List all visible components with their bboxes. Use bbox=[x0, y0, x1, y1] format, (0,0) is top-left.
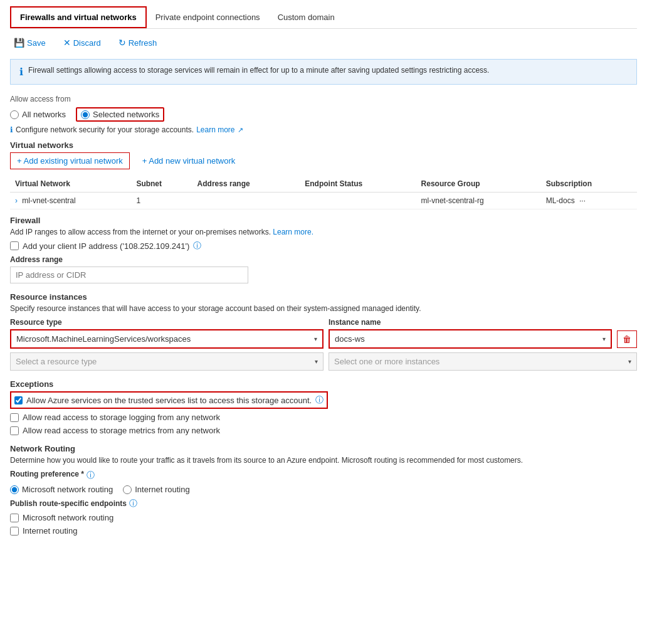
discard-button[interactable]: ✕ Discard bbox=[60, 35, 105, 50]
vnet-table-header: Virtual Network Subnet Address range End… bbox=[10, 176, 637, 193]
add-new-vnet-button[interactable]: + Add new virtual network bbox=[136, 153, 242, 169]
exception-checkbox-1[interactable] bbox=[14, 396, 23, 404]
sub-info: ℹ Configure network security for your st… bbox=[10, 125, 637, 134]
tab-private-endpoints[interactable]: Private endpoint connections bbox=[147, 8, 269, 27]
learn-more-link-1[interactable]: Learn more bbox=[196, 125, 234, 134]
refresh-icon: ↻ bbox=[118, 38, 126, 48]
routing-preference-row: Routing preference * ⓘ bbox=[10, 470, 637, 481]
all-networks-radio[interactable]: All networks bbox=[10, 110, 66, 119]
virtual-networks-section: Virtual networks + Add existing virtual … bbox=[10, 140, 637, 209]
vnet-subnet: 1 bbox=[131, 193, 192, 209]
client-ip-checkbox[interactable] bbox=[10, 241, 19, 250]
microsoft-routing-radio[interactable]: Microsoft network routing bbox=[10, 485, 113, 494]
vnet-table: Virtual Network Subnet Address range End… bbox=[10, 176, 637, 209]
client-ip-checkbox-row: Add your client IP address ('108.252.109… bbox=[10, 240, 637, 251]
resource-row-2: Select a resource type ▾ Select one or m… bbox=[10, 352, 637, 371]
exception-checkbox-3[interactable] bbox=[10, 426, 19, 435]
add-existing-vnet-button[interactable]: + Add existing virtual network bbox=[10, 152, 130, 169]
exceptions-title: Exceptions bbox=[10, 379, 637, 389]
chevron-down-icon: ▾ bbox=[314, 335, 317, 342]
access-radio-group: All networks Selected networks bbox=[10, 107, 637, 122]
address-range-label: Address range bbox=[10, 255, 637, 264]
save-button[interactable]: 💾 Save bbox=[10, 35, 50, 50]
routing-radio-group: Microsoft network routing Internet routi… bbox=[10, 485, 637, 494]
allow-access-section: Allow access from All networks Selected … bbox=[10, 95, 637, 134]
resource-type-label: Resource type bbox=[10, 318, 324, 327]
col-endpoint: Endpoint Status bbox=[300, 176, 416, 193]
chevron-down-icon-3: ▾ bbox=[315, 358, 318, 365]
publish-endpoints-row: Publish route-specific endpoints ⓘ bbox=[10, 498, 637, 509]
exception-row-2: Allow read access to storage logging fro… bbox=[10, 413, 637, 422]
tab-firewalls[interactable]: Firewalls and virtual networks bbox=[10, 6, 147, 28]
info-banner: ℹ Firewall settings allowing access to s… bbox=[10, 59, 637, 85]
publish-internet-routing-row: Internet routing bbox=[10, 526, 637, 536]
tab-custom-domain[interactable]: Custom domain bbox=[269, 8, 344, 27]
col-address: Address range bbox=[192, 176, 300, 193]
firewall-section: Firewall Add IP ranges to allow access f… bbox=[10, 216, 637, 283]
chevron-down-icon-2: ▾ bbox=[602, 335, 606, 342]
selected-networks-radio[interactable]: Selected networks bbox=[76, 107, 164, 122]
resource-labels-row: Resource type Instance name bbox=[10, 318, 637, 327]
address-range-input[interactable] bbox=[10, 267, 248, 283]
info-icon-small: ℹ bbox=[10, 125, 13, 134]
publish-info-icon: ⓘ bbox=[129, 498, 137, 509]
col-rg: Resource Group bbox=[416, 176, 541, 193]
routing-title: Network Routing bbox=[10, 444, 637, 453]
firewall-learn-more[interactable]: Learn more. bbox=[273, 228, 313, 236]
col-subnet: Subnet bbox=[131, 176, 192, 193]
resource-row-1: Microsoft.MachineLearningServices/worksp… bbox=[10, 329, 637, 349]
exception-checkbox-2[interactable] bbox=[10, 413, 19, 422]
internet-routing-radio[interactable]: Internet routing bbox=[123, 485, 189, 494]
info-icon: ℹ bbox=[19, 66, 23, 78]
col-sub: Subscription bbox=[541, 176, 637, 193]
firewall-desc: Add IP ranges to allow access from the i… bbox=[10, 228, 637, 236]
resource-type-dropdown-1[interactable]: Microsoft.MachineLearningServices/worksp… bbox=[10, 329, 324, 349]
col-vnet: Virtual Network bbox=[10, 176, 131, 193]
info-circle-exception: ⓘ bbox=[315, 394, 324, 406]
refresh-button[interactable]: ↻ Refresh bbox=[115, 35, 161, 50]
exceptions-section: Exceptions Allow Azure services on the t… bbox=[10, 379, 637, 435]
publish-ms-checkbox[interactable] bbox=[10, 514, 19, 522]
chevron-down-icon-4: ▾ bbox=[628, 358, 631, 365]
vnet-buttons: + Add existing virtual network + Add new… bbox=[10, 152, 637, 169]
resource-title: Resource instances bbox=[10, 292, 637, 302]
tab-bar: Firewalls and virtual networks Private e… bbox=[10, 6, 637, 29]
exception-highlight-1: Allow Azure services on the trusted serv… bbox=[10, 391, 328, 409]
network-routing-section: Network Routing Determine how you would … bbox=[10, 444, 637, 536]
expand-icon[interactable]: › bbox=[15, 196, 18, 205]
instance-name-dropdown-1[interactable]: docs-ws ▾ bbox=[329, 329, 612, 349]
firewall-title: Firewall bbox=[10, 216, 637, 225]
exception-row-1: Allow Azure services on the trusted serv… bbox=[10, 391, 637, 409]
save-icon: 💾 bbox=[14, 38, 24, 48]
vnet-subscription: ML-docs ··· bbox=[541, 193, 637, 209]
info-circle-icon: ⓘ bbox=[193, 240, 201, 251]
publish-label: Publish route-specific endpoints bbox=[10, 499, 127, 508]
vnet-endpoint bbox=[300, 193, 416, 209]
allow-access-label: Allow access from bbox=[10, 95, 637, 103]
routing-info-icon: ⓘ bbox=[87, 470, 95, 481]
routing-desc: Determine how you would like to route yo… bbox=[10, 456, 637, 465]
vnet-row: › ml-vnet-scentral 1 ml-vnet-scentral-rg… bbox=[10, 193, 637, 209]
resource-desc: Specify resource instances that will hav… bbox=[10, 304, 637, 313]
vnet-name[interactable]: › ml-vnet-scentral bbox=[10, 193, 131, 209]
vnet-title: Virtual networks bbox=[10, 140, 637, 150]
toolbar: 💾 Save ✕ Discard ↻ Refresh bbox=[10, 35, 637, 50]
instance-name-label: Instance name bbox=[329, 318, 637, 327]
instance-name-dropdown-2[interactable]: Select one or more instances ▾ bbox=[329, 352, 637, 371]
resource-type-dropdown-2[interactable]: Select a resource type ▾ bbox=[10, 352, 324, 371]
routing-preference-label: Routing preference * bbox=[10, 470, 84, 478]
delete-resource-button-1[interactable]: 🗑 bbox=[617, 330, 637, 348]
publish-ms-routing-row: Microsoft network routing bbox=[10, 513, 637, 522]
vnet-rg: ml-vnet-scentral-rg bbox=[416, 193, 541, 209]
discard-icon: ✕ bbox=[63, 38, 71, 48]
publish-internet-checkbox[interactable] bbox=[10, 527, 19, 536]
row-menu-icon[interactable]: ··· bbox=[579, 196, 586, 205]
resource-instances-section: Resource instances Specify resource inst… bbox=[10, 292, 637, 371]
vnet-address bbox=[192, 193, 300, 209]
exception-row-3: Allow read access to storage metrics fro… bbox=[10, 426, 637, 435]
